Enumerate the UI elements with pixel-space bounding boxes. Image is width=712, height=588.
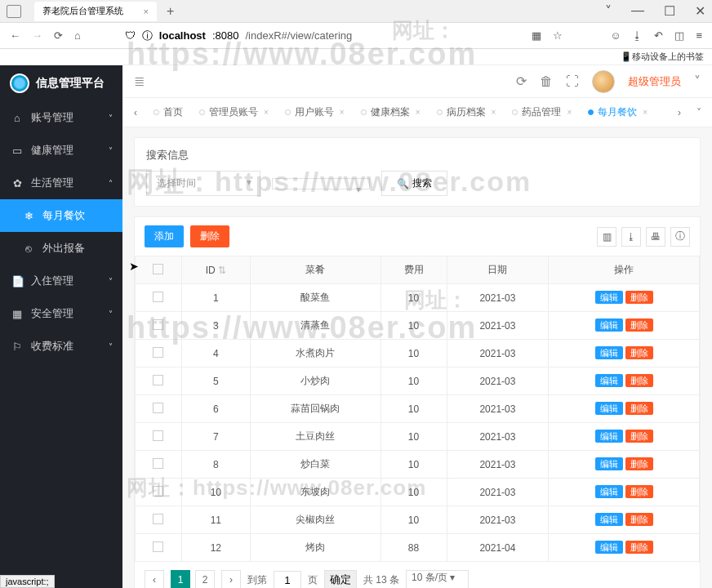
row-edit-button[interactable]: 编辑	[595, 457, 623, 470]
row-edit-button[interactable]: 编辑	[595, 430, 623, 443]
page-tab[interactable]: 首页	[147, 105, 189, 119]
row-checkbox[interactable]	[153, 430, 163, 441]
new-tab-button[interactable]: +	[167, 4, 174, 19]
row-delete-button[interactable]: 删除	[625, 318, 653, 332]
minimize-icon[interactable]: —	[631, 3, 644, 19]
forward-icon[interactable]: →	[32, 29, 42, 42]
qr-icon[interactable]: ▦	[532, 29, 541, 42]
trash-icon[interactable]: 🗑	[540, 74, 553, 89]
sidebar-item[interactable]: 📄入住管理˅	[0, 265, 122, 297]
account-icon[interactable]: ☺	[610, 29, 621, 42]
row-delete-button[interactable]: 删除	[625, 513, 653, 526]
address-bar[interactable]: 🛡 ⓘ localhost:8080/indexR#/view/catering	[125, 29, 520, 43]
add-button[interactable]: 添加	[145, 225, 184, 247]
maximize-icon[interactable]: ☐	[664, 3, 675, 19]
undo-icon[interactable]: ↶	[654, 29, 663, 42]
pager-size-select[interactable]: 10 条/页 ▾	[406, 570, 469, 588]
info-icon[interactable]: ⓘ	[670, 227, 690, 247]
sidebar-item[interactable]: ▭健康管理˅	[0, 134, 122, 167]
time-select[interactable]: 选择时间	[146, 171, 260, 196]
refresh-icon[interactable]: ⟳	[516, 74, 527, 89]
page-tab[interactable]: 每月餐饮×	[581, 105, 654, 119]
chevron-down-icon[interactable]: ˅	[694, 74, 701, 89]
checkbox-all[interactable]	[153, 264, 163, 274]
row-checkbox[interactable]	[153, 514, 163, 524]
close-icon[interactable]: ×	[492, 108, 496, 117]
avatar[interactable]	[592, 70, 615, 93]
reload-icon[interactable]: ⟳	[54, 29, 63, 42]
page-tab[interactable]: 药品管理×	[505, 105, 578, 119]
row-checkbox[interactable]	[153, 319, 163, 330]
pager-page[interactable]: 2	[195, 570, 215, 588]
row-delete-button[interactable]: 删除	[625, 374, 653, 387]
close-window-icon[interactable]: ✕	[695, 3, 705, 19]
row-delete-button[interactable]: 删除	[625, 346, 653, 359]
row-delete-button[interactable]: 删除	[625, 457, 653, 470]
menu-icon[interactable]: ≡	[696, 29, 702, 42]
sidebar-item[interactable]: ⌂账号管理˅	[0, 101, 122, 134]
columns-icon[interactable]: ▥	[597, 227, 616, 247]
collapse-icon[interactable]: ≣	[134, 74, 145, 89]
close-icon[interactable]: ×	[643, 108, 647, 117]
row-edit-button[interactable]: 编辑	[595, 374, 623, 387]
tab-overview-icon[interactable]	[7, 5, 21, 18]
row-edit-button[interactable]: 编辑	[595, 402, 623, 415]
page-tab[interactable]: 健康档案×	[354, 105, 427, 119]
page-tab[interactable]: 管理员账号×	[193, 105, 275, 119]
home-icon[interactable]: ⌂	[74, 29, 81, 42]
row-checkbox[interactable]	[153, 292, 163, 302]
col-header[interactable]: 菜肴	[250, 256, 380, 284]
row-delete-button[interactable]: 删除	[625, 485, 653, 498]
pager-confirm[interactable]: 确定	[324, 570, 357, 588]
sidebar-subitem[interactable]: ❄每月餐饮	[0, 199, 122, 232]
row-edit-button[interactable]: 编辑	[595, 291, 623, 304]
sidebar-subitem[interactable]: ⎋外出报备	[0, 232, 122, 265]
close-icon[interactable]: ×	[567, 108, 572, 117]
delete-button[interactable]: 删除	[190, 225, 229, 247]
filter-select[interactable]	[272, 178, 370, 189]
col-header[interactable]: 操作	[549, 256, 700, 284]
downloads-icon[interactable]: ⭳	[632, 29, 643, 42]
close-icon[interactable]: ×	[416, 108, 421, 117]
sidebar-item[interactable]: ✿生活管理˄	[0, 167, 122, 199]
sidebar-item[interactable]: ⚐收费标准˅	[0, 330, 122, 363]
page-tab[interactable]: 病历档案×	[430, 105, 503, 119]
col-header[interactable]: 费用	[380, 256, 447, 284]
pager-prev[interactable]: ‹	[145, 570, 164, 588]
tabs-menu-icon[interactable]: ˅	[691, 107, 707, 118]
row-checkbox[interactable]	[153, 458, 163, 469]
chevron-down-icon[interactable]: ˅	[605, 3, 612, 19]
print-icon[interactable]: 🖶	[646, 227, 665, 247]
user-role[interactable]: 超级管理员	[628, 74, 681, 89]
row-delete-button[interactable]: 删除	[625, 402, 653, 415]
row-edit-button[interactable]: 编辑	[595, 346, 623, 359]
pager-next[interactable]: ›	[221, 570, 241, 588]
row-checkbox[interactable]	[153, 347, 163, 358]
sort-icon[interactable]: ⇅	[218, 265, 226, 276]
row-checkbox[interactable]	[153, 541, 163, 552]
extensions-icon[interactable]: ◫	[674, 29, 684, 42]
row-edit-button[interactable]: 编辑	[595, 541, 623, 554]
row-edit-button[interactable]: 编辑	[595, 485, 623, 498]
lock-icon[interactable]: ⓘ	[142, 29, 153, 43]
export-icon[interactable]: ⭳	[621, 227, 641, 247]
close-icon[interactable]: ×	[340, 108, 345, 117]
col-header[interactable]: 日期	[447, 256, 549, 284]
row-checkbox[interactable]	[153, 375, 163, 385]
tabs-next-icon[interactable]: ›	[671, 107, 688, 118]
page-tab[interactable]: 用户账号×	[278, 105, 351, 119]
col-header[interactable]	[136, 256, 182, 284]
sidebar-item[interactable]: ▦安全管理˅	[0, 297, 122, 330]
col-header[interactable]: ID ⇅	[181, 256, 250, 284]
row-delete-button[interactable]: 删除	[625, 291, 653, 304]
star-icon[interactable]: ☆	[553, 29, 563, 42]
back-icon[interactable]: ←	[10, 29, 20, 42]
close-icon[interactable]: ×	[264, 108, 269, 117]
row-edit-button[interactable]: 编辑	[595, 513, 623, 526]
browser-tab[interactable]: 养老院后台管理系统 ×	[34, 2, 157, 21]
search-button[interactable]: 🔍 搜索	[381, 171, 447, 196]
close-icon[interactable]: ×	[144, 7, 149, 16]
row-delete-button[interactable]: 删除	[625, 541, 653, 554]
pager-page-input[interactable]	[274, 571, 301, 588]
row-checkbox[interactable]	[153, 486, 163, 497]
